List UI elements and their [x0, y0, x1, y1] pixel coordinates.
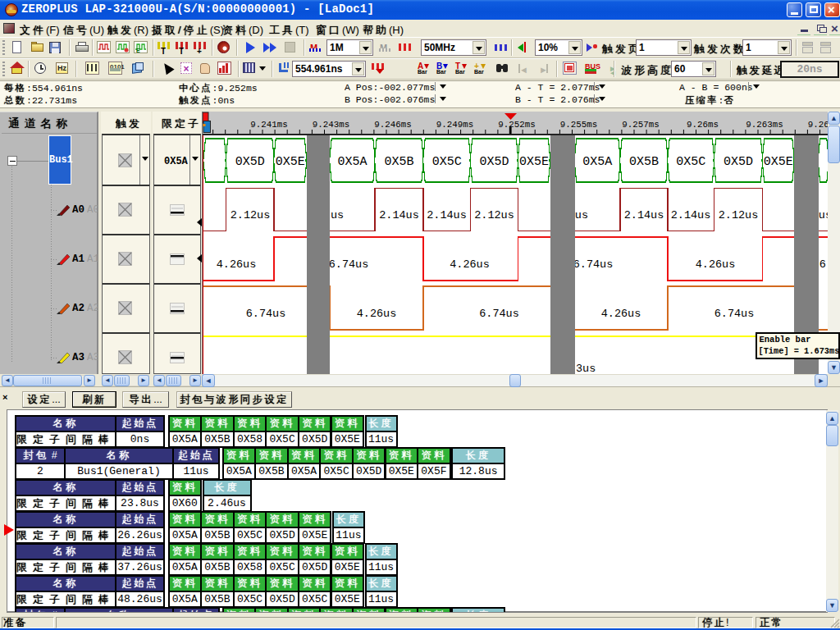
svg-text:9.257ms: 9.257ms: [622, 120, 659, 130]
svg-text:0X5D: 0X5D: [235, 155, 265, 169]
svg-text:0X5A: 0X5A: [337, 155, 367, 169]
svg-text:4.26us: 4.26us: [601, 308, 641, 320]
svg-text:9.241ms: 9.241ms: [250, 120, 287, 130]
svg-text:0X5E: 0X5E: [764, 155, 793, 169]
svg-text:0X5C: 0X5C: [676, 155, 705, 169]
svg-text:9.246ms: 9.246ms: [374, 120, 411, 130]
svg-text:9.252ms: 9.252ms: [498, 120, 535, 130]
svg-text:0X5E: 0X5E: [276, 155, 305, 169]
svg-text:2.14us: 2.14us: [427, 209, 467, 221]
svg-text:2.12us: 2.12us: [474, 209, 514, 221]
svg-text:0X5E: 0X5E: [519, 155, 549, 169]
svg-text:9.249ms: 9.249ms: [436, 120, 473, 130]
svg-text:0X5D: 0X5D: [724, 155, 753, 169]
svg-text:6.74us: 6.74us: [714, 308, 755, 320]
svg-text:3us: 3us: [576, 363, 596, 374]
svg-text:0X5A: 0X5A: [582, 155, 612, 169]
svg-text:us: us: [575, 209, 588, 221]
svg-text:us: us: [331, 209, 344, 221]
svg-text:6.74us: 6.74us: [819, 258, 828, 271]
svg-text:2.12us: 2.12us: [719, 209, 759, 221]
svg-text:0X5D: 0X5D: [479, 155, 509, 169]
svg-text:9.263ms: 9.263ms: [746, 120, 783, 130]
svg-text:9.243ms: 9.243ms: [313, 120, 349, 130]
svg-text:0X5B: 0X5B: [384, 155, 413, 169]
svg-text:6.74us: 6.74us: [329, 258, 369, 271]
svg-text:2.14us: 2.14us: [671, 209, 711, 221]
svg-text:6.74us: 6.74us: [246, 308, 286, 320]
svg-text:4.26us: 4.26us: [450, 258, 490, 271]
svg-text:9.266ms: 9.266ms: [808, 120, 828, 130]
svg-text:E: E: [136, 48, 140, 53]
svg-text:6.74us: 6.74us: [479, 308, 519, 320]
svg-text:4.26us: 4.26us: [696, 258, 736, 271]
svg-text:0X5C: 0X5C: [432, 155, 462, 169]
svg-text:4.26us: 4.26us: [357, 308, 397, 320]
svg-text:2.12us: 2.12us: [231, 209, 271, 221]
svg-text:6.74us: 6.74us: [573, 258, 614, 271]
svg-text:0X5B: 0X5B: [629, 155, 659, 169]
svg-text:2.14us: 2.14us: [624, 209, 664, 221]
svg-text:2.14us: 2.14us: [379, 209, 419, 221]
svg-text:9.26ms: 9.26ms: [687, 120, 719, 130]
svg-text:4.26us: 4.26us: [217, 258, 257, 271]
svg-text:us: us: [819, 209, 828, 221]
svg-text:9.255ms: 9.255ms: [560, 120, 597, 130]
